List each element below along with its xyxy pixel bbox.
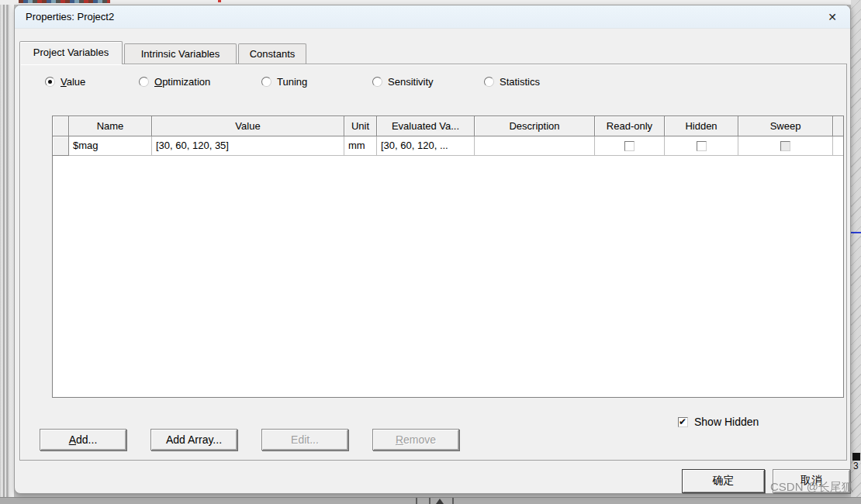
statusbar-divider xyxy=(429,498,430,504)
read-only-checkbox[interactable] xyxy=(624,141,635,151)
radio-statistics-label: Statistics xyxy=(500,76,540,88)
statusbar-divider xyxy=(452,498,454,504)
background-status-bar xyxy=(0,497,861,504)
column-header-filler xyxy=(833,116,843,136)
dialog-title: Properties: Project2 xyxy=(26,11,114,22)
radio-icon xyxy=(139,77,149,87)
column-header-value[interactable]: Value xyxy=(152,116,344,136)
radio-icon xyxy=(261,77,271,87)
variables-table: Name Value Unit Evaluated Va... Descript… xyxy=(52,116,844,398)
radio-sensitivity[interactable]: Sensitivity xyxy=(372,75,434,88)
properties-dialog: Properties: Project2 ✕ Project Variables… xyxy=(14,5,851,494)
radio-icon xyxy=(484,77,494,87)
column-header-read-only[interactable]: Read-only xyxy=(595,116,665,136)
column-header-hidden[interactable]: Hidden xyxy=(665,116,738,136)
background-toolbar-icons xyxy=(19,0,110,3)
show-hidden-checkbox[interactable] xyxy=(678,417,688,427)
background-blue-line xyxy=(851,232,861,233)
column-header-name[interactable]: Name xyxy=(69,116,152,136)
background-left-panel-edge xyxy=(0,0,14,504)
cell-value[interactable]: [30, 60, 120, 35] xyxy=(152,136,344,156)
column-header-sweep[interactable]: Sweep xyxy=(738,116,833,136)
statusbar-divider xyxy=(416,498,417,504)
close-icon[interactable]: ✕ xyxy=(824,9,841,25)
sweep-checkbox[interactable] xyxy=(780,141,790,151)
add-array-button[interactable]: Add Array... xyxy=(150,429,237,450)
radio-optimization[interactable]: Optimization xyxy=(139,75,210,88)
radio-selected-icon xyxy=(45,77,55,87)
cell-filler xyxy=(833,136,843,156)
cell-unit[interactable]: mm xyxy=(344,136,377,156)
cell-name[interactable]: $mag xyxy=(69,136,152,156)
background-red-mark xyxy=(218,0,221,2)
tab-intrinsic-variables[interactable]: Intrinsic Variables xyxy=(124,43,237,64)
edit-button: Edit... xyxy=(261,429,348,450)
column-header-unit[interactable]: Unit xyxy=(344,116,377,136)
statusbar-cursor-mark xyxy=(436,499,444,504)
radio-icon xyxy=(372,77,382,87)
column-header-description[interactable]: Description xyxy=(475,116,595,136)
cell-evaluated[interactable]: [30, 60, 120, ... xyxy=(377,136,475,156)
cell-sweep xyxy=(738,136,833,156)
radio-tuning-label: Tuning xyxy=(277,76,307,88)
remove-button: Remove xyxy=(372,429,459,450)
radio-statistics[interactable]: Statistics xyxy=(484,75,540,88)
tab-project-variables[interactable]: Project Variables xyxy=(19,41,123,64)
tab-constants[interactable]: Constants xyxy=(238,43,306,64)
radio-value[interactable]: Value xyxy=(45,75,85,88)
ok-button[interactable]: 确定 xyxy=(682,469,765,493)
show-hidden-label: Show Hidden xyxy=(694,416,759,428)
cell-hidden xyxy=(665,136,738,156)
radio-sensitivity-label: Sensitivity xyxy=(388,76,434,88)
dialog-titlebar[interactable]: Properties: Project2 ✕ xyxy=(15,5,850,29)
table-header-row: Name Value Unit Evaluated Va... Descript… xyxy=(53,116,843,136)
radio-optimization-label: Optimization xyxy=(154,76,210,88)
background-black-square xyxy=(852,453,860,461)
radio-tuning[interactable]: Tuning xyxy=(261,75,307,88)
watermark: CSDN @长尾狐 xyxy=(770,480,853,495)
column-header-rowhdr[interactable] xyxy=(53,116,69,136)
background-right-panel xyxy=(851,0,861,504)
cell-read-only xyxy=(595,136,665,156)
radio-value-label: Value xyxy=(61,76,85,88)
show-hidden-option[interactable]: Show Hidden xyxy=(678,416,759,428)
background-panel-number: 3 xyxy=(853,461,859,471)
cell-description[interactable] xyxy=(475,136,595,156)
hidden-checkbox[interactable] xyxy=(697,141,707,151)
add-button[interactable]: Add... xyxy=(40,429,126,450)
row-selector-cell[interactable] xyxy=(53,136,69,156)
column-header-evaluated[interactable]: Evaluated Va... xyxy=(377,116,475,136)
table-row: $mag [30, 60, 120, 35] mm [30, 60, 120, … xyxy=(53,136,843,156)
